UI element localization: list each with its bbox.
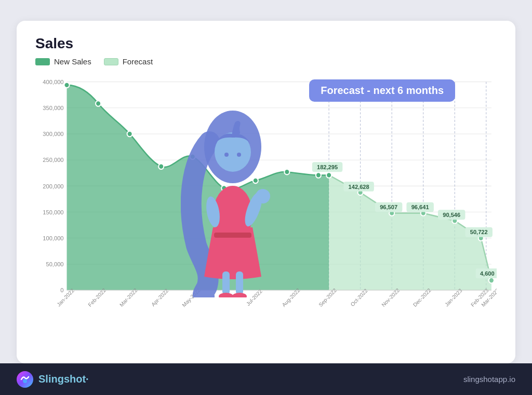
footer-brand-name: Slingshot· <box>38 373 89 385</box>
svg-point-83 <box>23 379 27 383</box>
svg-point-30 <box>253 178 258 183</box>
footer: Slingshot· slingshotapp.io <box>0 363 532 395</box>
svg-point-31 <box>284 169 289 174</box>
svg-point-39 <box>489 278 494 283</box>
chart-title: Sales <box>35 35 497 52</box>
svg-text:Oct-2022: Oct-2022 <box>350 288 369 308</box>
svg-text:182,295: 182,295 <box>317 164 338 170</box>
legend-label-new-sales: New Sales <box>54 57 91 66</box>
legend-forecast: Forecast <box>104 57 153 66</box>
svg-text:150,000: 150,000 <box>43 209 63 215</box>
forecast-banner: Forecast - next 6 months <box>309 79 455 102</box>
footer-url: slingshotapp.io <box>463 375 515 384</box>
chart-svg: 400,000 350,000 300,000 250,000 200,000 … <box>35 74 497 313</box>
footer-logo-icon <box>17 371 33 388</box>
svg-text:96,507: 96,507 <box>380 204 397 210</box>
svg-text:90,546: 90,546 <box>443 212 460 218</box>
svg-text:Apr-2022: Apr-2022 <box>150 288 169 308</box>
svg-text:400,000: 400,000 <box>43 79 63 85</box>
svg-point-32 <box>316 172 321 178</box>
svg-point-25 <box>96 101 101 106</box>
svg-point-33 <box>326 172 331 178</box>
svg-text:Jul-2022: Jul-2022 <box>245 288 263 307</box>
chart-card: Sales New Sales Forecast Forecast - next… <box>17 21 515 363</box>
legend-label-forecast: Forecast <box>123 57 153 66</box>
svg-point-27 <box>158 164 164 169</box>
svg-text:200,000: 200,000 <box>43 183 63 189</box>
svg-text:96,641: 96,641 <box>411 204 429 210</box>
svg-text:350,000: 350,000 <box>43 105 63 111</box>
svg-point-28 <box>190 154 195 159</box>
svg-text:250,000: 250,000 <box>43 157 63 163</box>
legend-swatch-new-sales <box>35 58 50 65</box>
svg-text:0: 0 <box>60 287 63 293</box>
legend-swatch-forecast <box>104 58 118 65</box>
svg-text:142,628: 142,628 <box>349 183 369 189</box>
svg-text:300,000: 300,000 <box>43 131 63 137</box>
svg-point-24 <box>64 83 70 88</box>
svg-point-29 <box>221 185 227 190</box>
svg-text:50,722: 50,722 <box>470 229 488 235</box>
chart-area: Forecast - next 6 months 400,000 350,000… <box>35 74 497 313</box>
svg-point-26 <box>127 131 132 137</box>
legend-new-sales: New Sales <box>35 57 91 66</box>
legend: New Sales Forecast <box>35 57 497 66</box>
svg-text:100,000: 100,000 <box>43 235 63 241</box>
svg-text:4,600: 4,600 <box>480 270 495 277</box>
svg-text:50,000: 50,000 <box>46 261 64 267</box>
footer-brand: Slingshot· <box>17 371 89 388</box>
